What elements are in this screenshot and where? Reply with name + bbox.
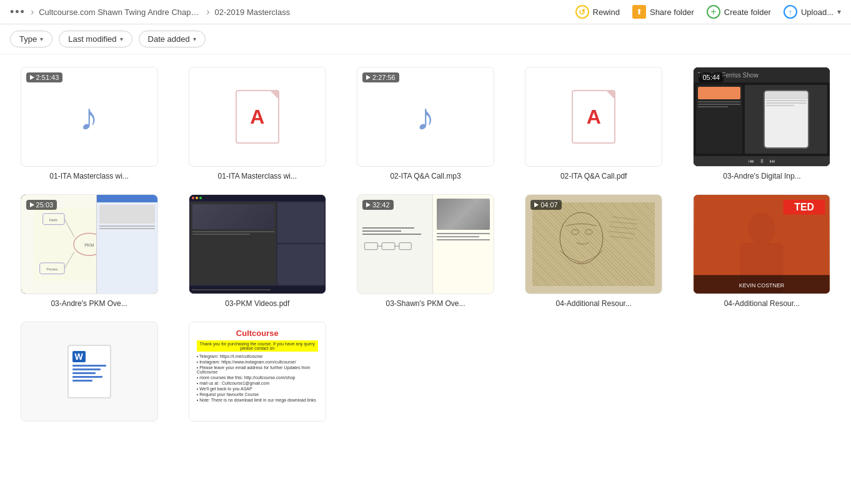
svg-line-23 [612, 217, 637, 220]
svg-rect-16 [382, 242, 395, 249]
tf-episode-thumb [698, 87, 740, 99]
duration-text-03: 2:27:56 [372, 74, 396, 81]
pkm-pdf-left [191, 202, 276, 285]
svg-point-29 [749, 213, 775, 245]
type-filter-label: Type [19, 34, 37, 44]
file-thumb-01-ita-mp3: 2:51:43 ♪ [21, 67, 158, 167]
create-folder-button[interactable]: + Create folder [707, 5, 771, 19]
file-duration-06: 25:03 [26, 200, 57, 210]
file-item-02-qa-mp3[interactable]: 2:27:56 ♪ 02-ITA Q&A Call.mp3 [341, 59, 509, 187]
file-thumb-03-pkm-pdf [189, 194, 326, 294]
pkm-pdf-textline2 [192, 234, 250, 235]
pkm-pdf-video1 [192, 204, 274, 229]
breadcrumb-item-2[interactable]: 02-2019 Masterclass [215, 7, 291, 17]
svg-text:PKM: PKM [84, 243, 94, 247]
pdf-corner-02 [607, 91, 614, 99]
svg-point-21 [572, 229, 579, 234]
shawn-paper-right [432, 195, 494, 294]
word-w-letter: W [72, 351, 86, 362]
cultcourse-line-5: • mail us at : Cultcourse1@gmail.com [197, 381, 318, 385]
file-item-03-andre-digital[interactable]: The Tim Ferriss Show [678, 59, 846, 187]
share-folder-button[interactable]: ⬆ Share folder [632, 5, 694, 19]
pkm-pdf-right [277, 202, 324, 285]
file-thumb-03-andre-pkm: PKM Inputs Outputs Process Review [21, 194, 158, 294]
breadcrumb-sep-2: › [206, 6, 209, 17]
file-duration-09: 04:07 [530, 200, 562, 210]
word-lines [72, 365, 106, 383]
play-icon-09 [534, 202, 539, 207]
file-item-03-andre-pkm[interactable]: PKM Inputs Outputs Process Review [5, 187, 173, 314]
pdf-dot-green [199, 197, 202, 199]
upload-button[interactable]: ↑ Upload... ▾ [784, 5, 841, 19]
file-item-02-qa-pdf[interactable]: A 02-ITA Q&A Call.pdf [510, 59, 678, 187]
pkm-pdf-bottom-bar [189, 286, 326, 294]
shawn-photo-grad [437, 199, 490, 230]
play-icon-08 [366, 202, 371, 207]
pkm-video-preview1 [192, 204, 274, 229]
date-added-filter-button[interactable]: Date added ▾ [139, 31, 206, 47]
shawn-wb-line2 [362, 230, 401, 232]
rewind-button[interactable]: Rewind [575, 5, 620, 19]
word-line-4 [72, 376, 103, 378]
type-filter-button[interactable]: Type ▾ [10, 31, 52, 47]
pkm-panel-header [97, 195, 157, 202]
file-name-09: 04-Additional Resour... [515, 299, 673, 308]
file-thumb-01-ita-pdf: A [189, 67, 326, 167]
ted-svg: TED KEVIN COSTNER [694, 195, 830, 294]
duration-text-05: 05:44 [702, 74, 720, 81]
header-actions: Rewind ⬆ Share folder + Create folder ↑ … [575, 5, 841, 19]
file-name-07: 03-PKM Videos.pdf [178, 299, 336, 308]
last-modified-filter-button[interactable]: Last modified ▾ [59, 31, 132, 47]
pdf-letter-01: A [250, 106, 264, 129]
phone-line1 [766, 100, 807, 101]
word-line-2 [72, 368, 101, 370]
file-item-01-ita-pdf[interactable]: A 01-ITA Masterclass wi... [173, 59, 341, 187]
pkm-pdf-textline1 [192, 231, 274, 232]
svg-rect-17 [399, 242, 411, 249]
breadcrumb-sep-1: › [31, 6, 34, 17]
upload-icon: ↑ [784, 5, 797, 19]
file-item-04-additional-davinci[interactable]: 04:07 04-Additional Resour... [510, 187, 678, 314]
file-duration-05: 05:44 [699, 72, 724, 82]
rewind-label: Rewind [593, 7, 620, 17]
music-note-icon-01: ♪ [80, 96, 99, 139]
pkm-screenshot-panel [96, 195, 157, 294]
more-options-button[interactable]: ••• [10, 6, 26, 19]
tf-content [694, 82, 830, 156]
music-note-icon-03: ♪ [416, 96, 435, 139]
pkm-panel-line2 [99, 228, 155, 229]
file-thumb-04-additional-davinci: 04:07 [525, 194, 662, 294]
last-modified-filter-label: Last modified [68, 34, 116, 44]
phone-line3 [766, 105, 794, 106]
duration-text-06: 25:03 [36, 201, 54, 209]
tf-line3 [698, 106, 727, 107]
file-name-05: 03-Andre's Digital Inp... [683, 172, 841, 180]
tf-sidebar [696, 85, 742, 154]
file-item-cultcourse-pdf[interactable]: Cultcourse Thank you for purchasing the … [173, 314, 341, 433]
rewind-icon [575, 5, 589, 19]
file-item-01-ita-mp3[interactable]: 2:51:43 ♪ 01-ITA Masterclass wi... [5, 59, 173, 187]
svg-text:Inputs: Inputs [49, 218, 58, 221]
breadcrumb-item-1[interactable]: Cultcourse.com Shawn Twing Andre Chapero… [39, 7, 201, 17]
last-modified-chevron: ▾ [120, 36, 123, 42]
file-thumb-04-additional-ted: TED KEVIN COSTNER [693, 194, 830, 294]
file-item-word-doc[interactable]: W [5, 314, 173, 433]
cultcourse-line-8: • Note: There is no download limit in ou… [197, 398, 318, 402]
pdf-dot-red [192, 197, 194, 199]
file-duration-08: 32:42 [362, 200, 394, 210]
create-plus-icon: + [707, 5, 720, 19]
svg-line-25 [609, 227, 637, 229]
file-thumb-02-qa-pdf: A [525, 67, 662, 167]
file-item-03-shawn-pkm[interactable]: 32:42 03-Shawn's PKM Ove... [341, 187, 509, 314]
file-item-04-additional-ted[interactable]: TED KEVIN COSTNER 04-Additional Resour..… [678, 187, 846, 314]
davinci-svg [532, 202, 655, 286]
pkm-panel-img [99, 205, 155, 224]
file-item-03-pkm-pdf[interactable]: 03-PKM Videos.pdf [173, 187, 341, 314]
date-added-chevron: ▾ [193, 36, 196, 42]
duration-text-01: 2:51:43 [36, 74, 59, 81]
tf-bottom-bar: ⏮ ⏸ ⏭ [694, 156, 830, 166]
svg-text:TED: TED [795, 202, 815, 212]
word-line-5 [72, 380, 92, 382]
cultcourse-line-4: • more courses like this: http://cultcou… [197, 375, 318, 380]
cultcourse-line-3: • Please leave your email address for fu… [197, 365, 318, 374]
